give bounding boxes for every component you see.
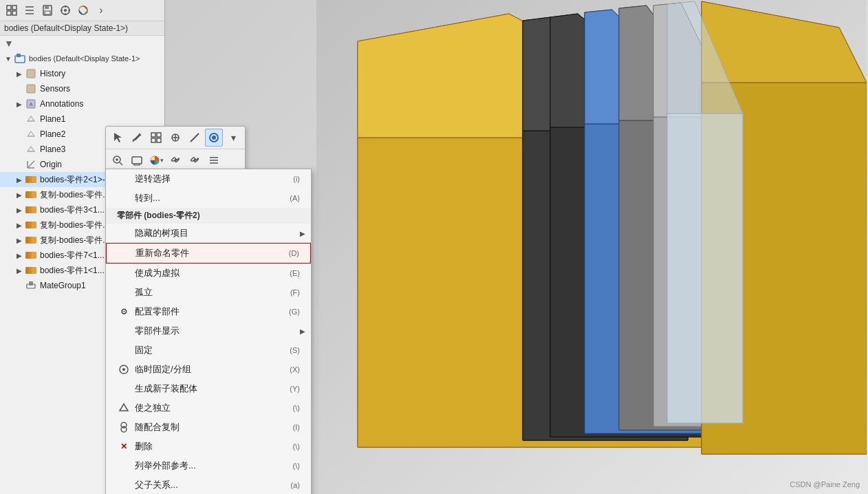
plane3-icon <box>25 143 37 155</box>
select-tool-icon[interactable] <box>109 129 127 147</box>
cm-temp-fix-label: 临时固定/分组 <box>135 363 191 376</box>
cm-list-external[interactable]: 列举外部参考... (\) <box>106 456 311 475</box>
cm-hidden-tree[interactable]: 隐藏的树项目 ▶ <box>106 224 311 243</box>
cm-temp-fix[interactable]: 临时固定/分组 (X) <box>106 360 311 379</box>
history-expander[interactable]: ▶ <box>14 68 25 79</box>
filter-icon[interactable]: ▼ <box>4 38 14 49</box>
tree-plane3-label: Plane3 <box>40 144 65 154</box>
target-icon[interactable] <box>58 3 73 18</box>
chain2-tool-icon[interactable] <box>186 151 204 169</box>
cm-list-external-shortcut: (\) <box>293 462 300 470</box>
cm-parent-child[interactable]: 父子关系... (a) <box>106 475 311 494</box>
new-sub-icon <box>117 382 131 396</box>
svg-line-53 <box>28 161 34 168</box>
cm-hidden-tree-arrow: ▶ <box>300 230 305 237</box>
cm-delete[interactable]: ✕ 删除 (\) <box>106 437 311 456</box>
edit-tool-icon[interactable] <box>128 129 146 147</box>
color-wheel-icon[interactable] <box>76 3 91 18</box>
row1-dropdown-icon[interactable]: ▾ <box>224 129 242 147</box>
tree-title: bodies (Default<Display State-1>) <box>0 21 164 36</box>
main-toolbar: › <box>0 0 164 21</box>
cm-make-virtual-label: 使成为虚拟 <box>135 267 180 279</box>
cm-fix-label: 固定 <box>135 344 153 356</box>
fubodies-icon <box>25 189 37 201</box>
cm-new-sub[interactable]: 生成新子装配体 (Y) <box>106 379 311 398</box>
root-expander[interactable]: ▼ <box>3 53 14 64</box>
cm-isolate[interactable]: 孤立 (F) <box>106 283 311 302</box>
cm-make-independent-label: 使之独立 <box>135 402 171 414</box>
svg-marker-23 <box>667 114 743 423</box>
grid-icon[interactable] <box>4 3 19 18</box>
cm-section-label: 零部件 (bodies-零件2) <box>117 211 200 220</box>
cm-make-independent[interactable]: 使之独立 (\) <box>106 398 311 418</box>
line-tool-icon[interactable] <box>186 129 204 147</box>
save-icon[interactable] <box>40 3 55 18</box>
cm-invert-shortcut: (i) <box>293 175 300 183</box>
bodies3-icon <box>25 204 37 216</box>
tree-root[interactable]: ▼ bodies (Default<Display State-1> <box>0 51 164 66</box>
cm-delete-shortcut: (\) <box>293 442 300 451</box>
random-mate-icon <box>117 420 131 434</box>
list-tool-icon[interactable] <box>205 151 223 169</box>
svg-marker-51 <box>28 147 34 151</box>
floating-toolbar: ▾ <box>105 126 246 172</box>
cm-rename-label: 重新命名零件 <box>135 247 189 259</box>
cm-invert-label: 逆转选择 <box>135 173 171 185</box>
svg-marker-108 <box>120 404 128 411</box>
arrow-right-icon[interactable]: › <box>94 3 109 18</box>
view-tool-icon[interactable] <box>147 129 165 147</box>
cm-part-display[interactable]: 零部件显示 ▶ <box>106 321 311 341</box>
cm-part-display-arrow: ▶ <box>300 327 305 335</box>
tree-view-icon[interactable] <box>22 3 37 18</box>
mate-tool-icon[interactable] <box>166 129 184 147</box>
make-virtual-icon <box>117 266 131 280</box>
svg-point-110 <box>121 427 127 432</box>
tree-sensors-label: Sensors <box>40 84 70 94</box>
svg-rect-73 <box>32 252 36 259</box>
tree-item-sensors[interactable]: Sensors <box>0 81 164 96</box>
cm-section-header: 零部件 (bodies-零件2) <box>106 208 311 224</box>
temp-fix-icon <box>117 363 131 376</box>
cm-rename[interactable]: 重新命名零件 (D) <box>106 243 311 264</box>
list-external-icon <box>117 459 131 473</box>
svg-marker-47 <box>28 116 34 121</box>
zoom-tool-icon[interactable] <box>109 151 127 169</box>
cm-isolate-shortcut: (F) <box>290 288 300 297</box>
cm-configure[interactable]: ⚙ 配置零部件 (G) <box>106 302 311 321</box>
isolate-icon <box>117 286 131 299</box>
cm-random-mate[interactable]: 随配合复制 (I) <box>106 418 311 437</box>
annotations-expander[interactable]: ▶ <box>14 98 25 109</box>
svg-rect-27 <box>12 11 17 15</box>
display-tool-icon[interactable] <box>128 151 146 169</box>
highlight-tool-icon[interactable] <box>205 129 223 147</box>
filter-row: ▼ <box>0 36 164 51</box>
tree-annotations-label: Annotations <box>40 99 83 109</box>
tree-item-annotations[interactable]: ▶ A Annotations <box>0 96 164 111</box>
cm-make-virtual[interactable]: 使成为虚拟 (E) <box>106 264 311 283</box>
fubodies-expander[interactable]: ▶ <box>14 189 25 200</box>
root-label: bodies (Default<Display State-1> <box>29 54 140 63</box>
bodies2-expander[interactable]: ▶ <box>14 174 25 185</box>
parent-child-icon <box>117 478 131 492</box>
svg-rect-26 <box>7 11 11 15</box>
color-tool-icon[interactable]: ▾ <box>147 151 165 169</box>
cm-random-mate-shortcut: (I) <box>293 423 300 431</box>
tree-item-plane1[interactable]: Plane1 <box>0 111 164 127</box>
mategroup-icon <box>25 279 37 292</box>
tree-item-history[interactable]: ▶ History <box>0 66 164 81</box>
chain-tool-icon[interactable] <box>166 151 184 169</box>
bodies3-expander[interactable]: ▶ <box>14 204 25 215</box>
cm-invert-selection[interactable]: 逆转选择 (i) <box>106 169 311 189</box>
plane1-icon <box>25 113 37 125</box>
svg-rect-24 <box>7 6 11 10</box>
cm-fix[interactable]: 固定 (S) <box>106 341 311 360</box>
svg-rect-43 <box>27 69 35 78</box>
svg-rect-44 <box>27 85 35 93</box>
svg-rect-58 <box>32 176 36 183</box>
svg-line-93 <box>120 162 122 165</box>
make-independent-icon <box>117 401 131 415</box>
cm-goto[interactable]: 转到... (A) <box>106 189 311 208</box>
fubodies2-icon <box>25 219 37 231</box>
invert-selection-icon <box>117 172 131 186</box>
tree-origin-label: Origin <box>40 160 62 169</box>
